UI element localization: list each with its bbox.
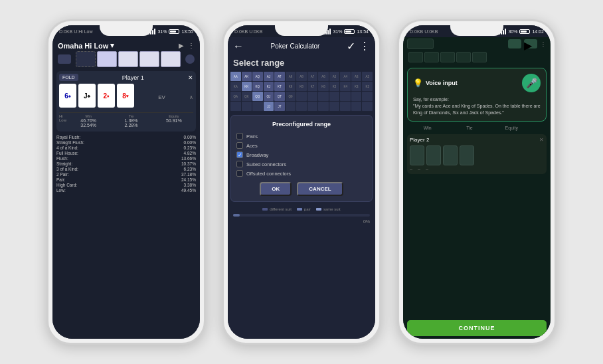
- grid-cell-a4[interactable]: A4: [340, 72, 351, 81]
- ok-button[interactable]: OK: [260, 182, 292, 196]
- grid-cell-qa[interactable]: QA: [230, 92, 241, 101]
- suited-label: Suited connectors: [246, 161, 286, 167]
- mic-button[interactable]: 🎤: [522, 74, 541, 92]
- stat-straight-flush: Straight Flush: 0.00%: [56, 139, 196, 145]
- more-icon-1[interactable]: ⋮: [188, 42, 195, 49]
- voice-instructions: Say, for example: "My cards are Ace and …: [413, 96, 541, 116]
- grid-cell-aa[interactable]: AA: [230, 72, 241, 81]
- check-icon-2[interactable]: ✓: [347, 40, 355, 52]
- p2-card-4: [460, 145, 474, 165]
- grid-cell-qq[interactable]: QQ: [252, 92, 263, 101]
- grid-cell-a2[interactable]: A2: [362, 72, 373, 81]
- dropdown-icon-1[interactable]: ▾: [110, 41, 114, 50]
- camera-icon-1[interactable]: [58, 54, 71, 64]
- grid-cell-kq[interactable]: KQ: [252, 82, 263, 91]
- grid-cell-kt[interactable]: KT: [274, 82, 285, 91]
- grid-cell-jt[interactable]: JT: [274, 102, 285, 111]
- p3-top-card-5: [472, 52, 487, 62]
- checkbox-pairs[interactable]: Pairs: [236, 133, 367, 139]
- grid-cell-k8[interactable]: K8: [296, 82, 307, 91]
- cancel-button[interactable]: CANCEL: [297, 182, 343, 196]
- back-icon-2[interactable]: ←: [233, 41, 244, 52]
- time-1: 13:55: [181, 29, 193, 34]
- checkbox-offsuit-input[interactable]: [236, 170, 243, 177]
- legend-label-3: same suit: [323, 207, 341, 211]
- battery-icon-2: [344, 29, 355, 34]
- grid-cell-k4[interactable]: K4: [340, 82, 351, 91]
- p3-top-card-3: [440, 52, 455, 62]
- p2-card-2: [426, 145, 441, 165]
- status-right-2: 31% 13:54: [323, 29, 369, 35]
- checkbox-broadway[interactable]: ✓ Broadway: [236, 151, 367, 158]
- more-icon-3[interactable]: ⋮: [540, 41, 547, 48]
- legend-pair: pair: [297, 207, 311, 211]
- grid-cell-k5[interactable]: K5: [329, 82, 340, 91]
- dialog-title: Preconfigured range: [236, 121, 367, 128]
- expand-icon-1[interactable]: ∧: [189, 94, 193, 100]
- grid-cell-a9[interactable]: A9: [286, 72, 296, 81]
- stat-low: Low: 49.45%: [56, 187, 196, 193]
- fold-button[interactable]: FOLD: [59, 74, 78, 81]
- checkbox-pairs-input[interactable]: [236, 133, 243, 139]
- share-icon-1[interactable]: ▶: [179, 42, 184, 49]
- grid-cell-at[interactable]: AT: [274, 72, 285, 81]
- grid-cell-a8[interactable]: A8: [296, 72, 307, 81]
- status-right-3: 30% 14:02: [499, 29, 544, 35]
- grid-cell-k3[interactable]: K3: [351, 82, 362, 91]
- p3-play-icon[interactable]: ▶: [524, 39, 537, 48]
- p2-card-1: [410, 145, 424, 165]
- win-val2: 32.54%: [80, 123, 96, 128]
- checkbox-broadway-input[interactable]: ✓: [236, 151, 243, 158]
- win-val1: 46.76%: [80, 118, 96, 123]
- close-icon-1[interactable]: ✕: [188, 74, 193, 81]
- grid-cell-jj[interactable]: JJ: [264, 102, 274, 111]
- grid-cell-qk[interactable]: QK: [242, 92, 252, 101]
- legend-dot-2: [297, 208, 302, 211]
- preconfigured-range-dialog: Preconfigured range Pairs Aces ✓ Broadwa…: [230, 115, 373, 202]
- progress-percent: 0%: [228, 219, 375, 224]
- dialog-buttons: OK CANCEL: [236, 182, 367, 196]
- grid-cell-kj[interactable]: KJ: [264, 82, 274, 91]
- grid-cell-a3[interactable]: A3: [351, 72, 362, 81]
- signal-icon-1: [148, 29, 155, 35]
- checkbox-offsuit[interactable]: Offsuted connectors: [236, 170, 367, 177]
- range-grid[interactable]: AA AK AQ AJ AT A9 A8 A7 A6 A5 A4 A3 A2 K…: [228, 70, 375, 112]
- grid-cell-qt[interactable]: QT: [274, 92, 285, 101]
- grid-cell-qj[interactable]: QJ: [264, 92, 274, 101]
- grid-cell-k7[interactable]: K7: [307, 82, 318, 91]
- checkbox-suited[interactable]: Suited connectors: [236, 161, 367, 167]
- p3-input-field[interactable]: [407, 39, 434, 49]
- grid-cell-ak[interactable]: AK: [242, 72, 252, 81]
- p1-actions: ▶ ⋮: [179, 42, 195, 49]
- player2-name: Player 2: [410, 137, 429, 143]
- grid-cell-k9[interactable]: K9: [286, 82, 296, 91]
- board-card-5: [161, 51, 181, 67]
- example-text: "My cards are Ace and King of Spades. On…: [413, 103, 541, 116]
- grid-cell-kk[interactable]: KK: [242, 82, 252, 91]
- grid-cell-aq[interactable]: AQ: [252, 72, 263, 81]
- mic-icon-1[interactable]: [185, 54, 195, 64]
- p3-top-card-2: [424, 52, 439, 62]
- checkbox-aces[interactable]: Aces: [236, 142, 367, 149]
- checkbox-aces-input[interactable]: [236, 142, 243, 149]
- more-icon-2[interactable]: ⋮: [359, 40, 370, 52]
- p3-cam-icon[interactable]: [508, 39, 521, 48]
- grid-cell-q9[interactable]: Q9: [286, 92, 296, 101]
- board-card-2: [97, 51, 117, 67]
- grid-cell-a5[interactable]: A5: [329, 72, 340, 81]
- grid-cell-ka[interactable]: KA: [230, 82, 241, 91]
- continue-button[interactable]: CONTINUE: [407, 320, 547, 336]
- grid-cell-a7[interactable]: A7: [307, 72, 318, 81]
- grid-cell-k2[interactable]: K2: [362, 82, 373, 91]
- checkbox-suited-input[interactable]: [236, 161, 243, 167]
- status-bar-2: D:0KB U:0KB 31% 13:54: [228, 25, 375, 37]
- stat-pair: Pair: 24.15%: [56, 177, 196, 182]
- grid-cell-k6[interactable]: K6: [318, 82, 329, 91]
- player2-section: Player 2 ✕ -- -- --: [407, 134, 547, 174]
- hi-low-label: HiLow: [59, 114, 66, 128]
- grid-cell-aj[interactable]: AJ: [264, 72, 274, 81]
- app-title-1: Omaha Hi Low ▾: [58, 41, 114, 50]
- p3-stats-labels: Win Tie Equity: [403, 124, 551, 132]
- grid-cell-a6[interactable]: A6: [318, 72, 329, 81]
- player2-close[interactable]: ✕: [539, 137, 544, 143]
